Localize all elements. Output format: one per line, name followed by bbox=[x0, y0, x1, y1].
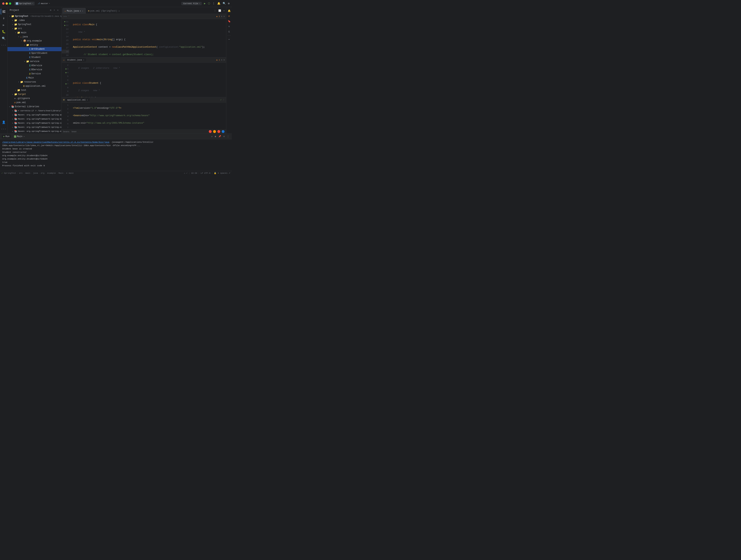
pane3-more-icon[interactable]: ⋮ bbox=[223, 99, 225, 101]
main-java-close-button[interactable]: ✕ bbox=[82, 10, 83, 12]
plugins-button[interactable]: 👤 bbox=[1, 119, 7, 125]
status-indent[interactable]: 4 spaces bbox=[218, 172, 227, 174]
notifications-button[interactable]: 🔔 bbox=[217, 2, 220, 5]
term-pin-btn[interactable]: 📌 bbox=[218, 135, 222, 138]
tree-item-idea[interactable]: ▸ 📁 .idea bbox=[7, 18, 62, 22]
tab-main-java[interactable]: ☕ Main.java ● ✕ bbox=[62, 8, 86, 14]
pom-xml-close-button[interactable]: ✕ bbox=[118, 10, 120, 12]
minimize-button[interactable] bbox=[6, 2, 8, 5]
pane2-close[interactable]: ✕ bbox=[83, 59, 84, 61]
tree-item-target[interactable]: ▸ 📁 target bbox=[7, 92, 62, 96]
status-line-ending[interactable]: LF bbox=[201, 172, 203, 174]
structure-btn[interactable]: ≡ bbox=[227, 24, 231, 29]
gradle-btn[interactable]: G bbox=[227, 29, 231, 34]
tree-item-test[interactable]: ▸ 📁 test bbox=[7, 88, 62, 92]
bottom-more-button[interactable]: ··· bbox=[1, 126, 7, 132]
search-everywhere-button[interactable]: 🔍 bbox=[223, 2, 226, 5]
tree-item-src[interactable]: ▾ 📁 src bbox=[7, 26, 62, 31]
tree-item-main-class[interactable]: C Main bbox=[7, 76, 62, 80]
project-selector[interactable]: ST SpringTest ▾ bbox=[14, 2, 35, 5]
config-tab-close[interactable]: ✕ bbox=[23, 135, 25, 138]
tab-bar-split-icon[interactable]: ⬜ bbox=[218, 9, 222, 12]
bc-org[interactable]: org bbox=[41, 172, 45, 174]
pane1-expand-icon[interactable]: ∧ bbox=[221, 15, 222, 17]
pane1-code[interactable]: public class Main { new * public static … bbox=[70, 19, 226, 57]
xml-action-1[interactable]: 🔴 bbox=[209, 130, 212, 133]
xml-action-3[interactable]: 🔴 bbox=[217, 130, 220, 133]
run-11-icon[interactable]: ▶ bbox=[64, 20, 66, 23]
maximize-button[interactable] bbox=[9, 2, 11, 5]
tree-item-gitignore[interactable]: ● .gitignore bbox=[7, 96, 62, 100]
branch-selector[interactable]: ⎇ master ▾ bbox=[36, 2, 51, 5]
settings-button[interactable]: ⚙ bbox=[228, 2, 229, 5]
run-12-icon[interactable]: ▶ bbox=[64, 23, 66, 27]
bc-example[interactable]: example bbox=[47, 172, 56, 174]
term-stop-btn[interactable]: ◼ bbox=[214, 135, 217, 138]
run-s7-icon[interactable]: ▶ bbox=[66, 82, 67, 86]
xml-action-4[interactable]: 🔵 bbox=[221, 130, 225, 133]
notifications-panel-btn[interactable]: 🔔 bbox=[227, 9, 231, 13]
project-tool-button[interactable] bbox=[1, 9, 7, 15]
debug-button[interactable]: ⬡ bbox=[208, 2, 210, 5]
tab-bar-close-icon[interactable]: ✕ bbox=[223, 9, 225, 12]
tree-item-service-pkg[interactable]: ▾ 📁 service bbox=[7, 59, 62, 64]
run-tool-button[interactable]: ▶ bbox=[1, 22, 7, 28]
tree-item-artstudent[interactable]: C ArtStudent bbox=[7, 47, 62, 51]
bc-springtest[interactable]: SpringTest bbox=[4, 172, 16, 174]
status-vcs[interactable]: ✓ bbox=[186, 172, 188, 174]
tree-item-pomxml[interactable]: m pom.xml bbox=[7, 100, 62, 105]
tree-item-ext-libraries[interactable]: ▸ 📚 External Libraries bbox=[7, 105, 62, 109]
tree-item-springtest-dir[interactable]: ▸ 📁 SpringTest bbox=[7, 22, 62, 26]
pane1-more-icon[interactable]: ∨ bbox=[223, 15, 225, 17]
pane2-more-icon[interactable]: ∨ bbox=[223, 59, 225, 61]
pane2-tab[interactable]: Student.java ✕ bbox=[66, 58, 86, 62]
tree-item-spring-aop[interactable]: ▸ 📚 Maven: org.springframework:spring-ao… bbox=[7, 113, 62, 117]
status-line-col[interactable]: 19:38 bbox=[191, 172, 197, 174]
tree-item-main[interactable]: ▾ 📁 main bbox=[7, 31, 62, 35]
pane2-code[interactable]: 8 usages 2 inheritors new * public class… bbox=[70, 63, 226, 97]
tab-bar-more-icon[interactable]: ⋮ bbox=[213, 9, 217, 12]
pane3-code[interactable]: <?xml version="1.0" encoding="UTF-8"?> <… bbox=[70, 102, 226, 130]
right-expand-btn[interactable]: ⬌ bbox=[227, 37, 231, 42]
term-settings-btn[interactable]: ⚙ bbox=[223, 135, 225, 138]
panel-close-icon[interactable]: ✕ bbox=[57, 8, 59, 12]
term-restart-btn[interactable]: ↺ bbox=[210, 135, 213, 138]
pane2-expand-icon[interactable]: ∧ bbox=[221, 59, 222, 61]
panel-gear-icon[interactable]: ⚙ bbox=[49, 8, 52, 12]
run-s3-icon[interactable]: ▶ bbox=[66, 67, 67, 71]
close-button[interactable] bbox=[2, 2, 4, 5]
terminal-run-tab[interactable]: ▶ Run bbox=[2, 135, 11, 138]
pane3-tab[interactable]: application.xml ✕ bbox=[66, 98, 90, 102]
panel-expand-icon[interactable]: ⬆ bbox=[53, 8, 56, 12]
status-share-icon[interactable]: ⬀ bbox=[228, 172, 230, 174]
bookmarks-btn[interactable]: 🔖 bbox=[227, 19, 231, 23]
find-tool-button[interactable]: 🔍 bbox=[1, 35, 7, 42]
tree-item-springtest-root[interactable]: ▾ 📁 SpringTest ~/Desktop/CS/JavaEE/2.Jav… bbox=[7, 14, 62, 18]
tree-item-sportstudent[interactable]: C SportStudent bbox=[7, 51, 62, 55]
tree-item-java[interactable]: ▾ ☕ java bbox=[7, 35, 62, 39]
run-button[interactable]: ▶ bbox=[204, 2, 205, 5]
tree-item-service-annotation[interactable]: @ Service bbox=[7, 72, 62, 76]
tree-item-spring-context[interactable]: ▸ 📚 Maven: org.springframework:spring-co… bbox=[7, 121, 62, 125]
tree-item-entity[interactable]: ▾ 📁 entity bbox=[7, 43, 62, 47]
run-s4-icon[interactable]: ▶ bbox=[66, 71, 67, 75]
bc-src[interactable]: src bbox=[19, 172, 23, 174]
tree-item-bservice[interactable]: C BService bbox=[7, 68, 62, 72]
status-warnings[interactable]: ⚠ bbox=[184, 172, 185, 174]
term-more-btn[interactable]: ⋮ bbox=[226, 135, 230, 138]
tab-pom-xml[interactable]: m pom.xml (SpringTest) ✕ bbox=[86, 8, 122, 14]
tree-item-org-example[interactable]: ▾ 📦 org.example bbox=[7, 39, 62, 43]
tree-item-spring-beans[interactable]: ▸ 📚 Maven: org.springframework:spring-be… bbox=[7, 117, 62, 121]
pane3-close[interactable]: ✕ bbox=[86, 99, 88, 101]
tree-item-resources[interactable]: ▾ 📁 resources bbox=[7, 80, 62, 84]
tree-item-corretto[interactable]: ▸ 📚 < corretto-17 > /Users/eve/Library/J… bbox=[7, 109, 62, 113]
more-options-button[interactable]: ⋮ bbox=[212, 2, 215, 5]
status-lock-icon[interactable]: 🔒 bbox=[214, 172, 216, 174]
current-file-selector[interactable]: Current File ▾ bbox=[181, 2, 202, 5]
xml-action-2[interactable]: 🟠 bbox=[213, 130, 216, 133]
tree-item-aservice[interactable]: I AService bbox=[7, 64, 62, 68]
tree-item-spring-core[interactable]: ▸ 📚 Maven: org.springframework:spring-co… bbox=[7, 125, 62, 129]
tree-item-spring-expression[interactable]: ▸ 📚 Maven: org.springframework:spring-ex… bbox=[7, 129, 62, 133]
maven-btn[interactable]: m bbox=[227, 14, 231, 18]
tree-item-appxml[interactable]: X application.xml bbox=[7, 84, 62, 88]
